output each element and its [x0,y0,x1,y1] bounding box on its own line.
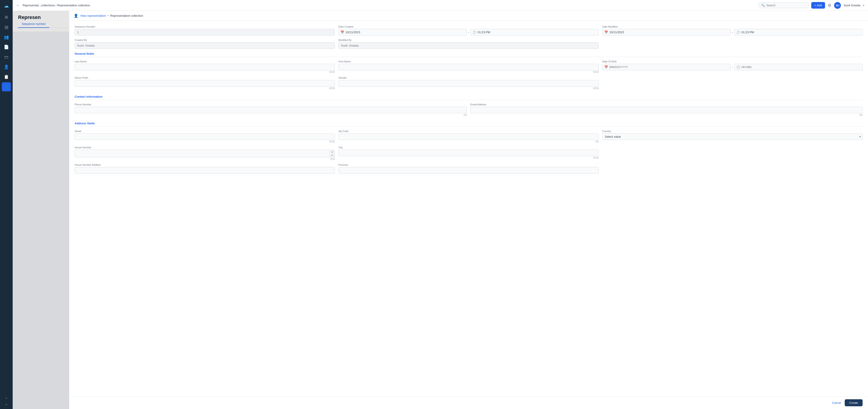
email-address-input[interactable] [470,107,863,113]
city-count: 0/100 [338,157,599,159]
logo-icon: ☁ [4,3,9,9]
country-select[interactable]: Select value [602,133,863,140]
add-button[interactable]: + Add [811,2,825,9]
sidebar-item-representative[interactable]: 👤 [2,82,11,91]
search-bar[interactable]: 🔍 [759,2,809,8]
name-prefix-input[interactable] [74,80,335,87]
sidebar-expand-bottom2[interactable]: » [2,402,11,407]
sidebar-item-collections[interactable]: 🗃 [2,53,11,62]
charts-icon: ▤ [4,25,8,30]
dob-field: Date Of Birth 📅 - 🕐 [602,60,863,70]
city-input[interactable] [338,150,599,156]
clock-icon-modified: 🕐 [736,31,740,34]
modified-by-input [338,42,599,49]
name-prefix-field: Name Prefix 0/100 [74,76,335,90]
created-by-label: Created By [74,39,335,41]
avatar: SU [834,2,841,9]
last-name-input[interactable] [74,64,335,70]
date-created-date-wrap: 📅 [338,29,467,35]
house-number-input[interactable] [75,151,330,157]
created-by-field: Created By [74,39,335,49]
city-label: City [338,146,599,149]
calendar-icon-modified: 📅 [604,31,608,34]
province-label: Province [338,163,599,166]
sidebar-item-table[interactable]: 📋 [2,72,11,82]
modified-by-label: Modified By [338,39,599,41]
date-modified-group: 📅 - 🕐 [602,29,863,35]
province-field: Province [338,163,599,174]
dob-time-wrap[interactable]: 🕐 [734,64,863,70]
house-number-count: 0/10 [74,158,335,160]
date-created-label: Date Created [338,25,599,28]
zip-code-input[interactable] [338,133,599,140]
gender-count: 0/100 [338,87,599,90]
general-fields-title: General fields [74,52,863,57]
date-created-sep: - [468,30,469,34]
address-fields-title: Address fields [74,122,863,127]
general-fields-section: General fields Last Name 0/100 First Nam… [74,52,863,90]
app-logo: ☁ [2,2,10,10]
search-input[interactable] [766,4,806,7]
email-address-count: 0/0 [470,114,863,116]
gear-icon[interactable]: ⚙ [828,3,831,8]
dob-sep: - [732,65,733,69]
first-name-count: 0/100 [338,71,599,73]
sidebar-item-docs[interactable]: 📄 [2,42,11,52]
dob-time-input[interactable] [741,65,861,69]
sidebar-expand-bottom[interactable]: » [2,396,11,401]
last-name-label: Last Name [74,60,335,63]
street-input[interactable] [74,133,335,140]
panel-breadcrumb: New representative • Representative coll… [81,14,143,18]
sidebar-item-users[interactable]: 👥 [2,33,11,41]
metadata-row-1: Sequence Number Date Created 📅 - [74,25,863,35]
panel-footer: Cancel Create [69,396,868,409]
search-icon: 🔍 [761,4,765,7]
province-input[interactable] [338,167,599,174]
sidebar-item-dashboard[interactable]: ⊞ [2,13,11,22]
user-menu-chevron[interactable]: ▾ [863,4,864,7]
phone-number-input[interactable] [74,107,467,113]
sidebar-item-person[interactable]: 👤 [2,62,11,71]
user-name[interactable]: Sunil Gowda [844,4,860,7]
name-prefix-count: 0/100 [74,87,335,90]
zip-code-field: Zip Code 0/0 [338,130,599,143]
dob-date-wrap[interactable]: 📅 [602,64,731,70]
address-row-1: Street 0/100 Zip Code 0/0 Country [74,130,863,143]
contact-info-title: Contact information [74,95,863,100]
address-row-3: House Number Addition Province [74,163,863,174]
gender-input[interactable] [338,80,599,87]
clock-icon-created: 🕐 [472,31,476,34]
calendar-icon-created: 📅 [341,31,344,34]
zip-code-label: Zip Code [338,130,599,132]
created-by-input [74,42,335,49]
representative-icon: 👤 [4,84,9,89]
first-name-input[interactable] [338,64,599,70]
email-address-label: Email Address [470,103,863,106]
users-icon: 👥 [4,35,9,39]
dob-group: 📅 - 🕐 [602,64,863,70]
house-number-up-btn[interactable]: ▲ [330,150,335,154]
street-count: 0/100 [74,140,335,143]
house-number-addition-label: House Number Addition [74,163,335,166]
create-button[interactable]: Create [845,399,863,406]
date-modified-field: Date Modified 📅 - 🕐 [602,25,863,35]
phone-number-field: Phone Number 0/0 [74,103,467,116]
metadata-row-2: Created By Modified By [74,39,863,49]
back-button[interactable]: ← [16,3,20,7]
dashboard-icon: ⊞ [5,15,8,20]
zip-code-count: 0/0 [338,140,599,143]
sequence-number-field: Sequence Number [74,25,335,35]
contact-row-1: Phone Number 0/0 Email Address 0/0 [74,103,863,116]
sidebar-item-charts[interactable]: ▤ [2,23,11,32]
sidebar: ☁ ⊞ ▤ 👥 📄 🗃 👤 📋 👤 » » [0,0,13,409]
panel-header: 👤 New representative • Representative co… [69,11,868,21]
dob-date-input[interactable] [609,65,728,69]
house-number-down-btn[interactable]: ▼ [330,154,335,157]
last-name-field: Last Name 0/100 [74,60,335,73]
house-number-addition-input[interactable] [74,167,335,174]
panel-breadcrumb-link[interactable]: New representative [81,14,106,18]
person-icon: 👤 [4,64,9,69]
cancel-button[interactable]: Cancel [832,401,841,405]
address-row-2: House Number ▲ ▼ 0/10 [74,146,863,160]
contact-info-section: Contact information Phone Number 0/0 Ema… [74,95,863,116]
